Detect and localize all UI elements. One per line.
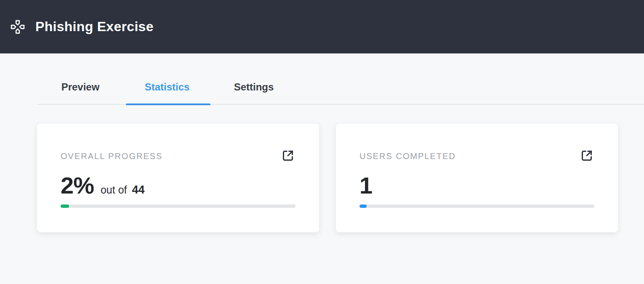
tab-statistics[interactable]: Statistics xyxy=(124,70,210,104)
tab-preview[interactable]: Preview xyxy=(37,70,124,104)
users-completed-card: USERS COMPLETED 1 xyxy=(336,124,618,232)
external-link-icon xyxy=(280,148,295,163)
progress-bar xyxy=(61,204,295,208)
page-title: Phishing Exercise xyxy=(35,19,154,35)
card-label: USERS COMPLETED xyxy=(359,148,456,161)
card-label: OVERALL PROGRESS xyxy=(61,148,162,161)
app-header: Phishing Exercise xyxy=(0,0,644,53)
progress-bar xyxy=(359,204,594,208)
tab-bar: Preview Statistics Settings xyxy=(37,70,644,105)
users-completed-value: 1 xyxy=(359,172,372,199)
app-logo xyxy=(6,19,29,35)
dpad-icon xyxy=(10,19,26,35)
stats-panel: OVERALL PROGRESS 2% out of 44 USERS COMP… xyxy=(37,124,618,232)
open-details-button[interactable] xyxy=(579,148,594,163)
tab-settings[interactable]: Settings xyxy=(210,70,297,104)
progress-percent-value: 2% xyxy=(61,172,94,199)
progress-total: 44 xyxy=(132,183,145,196)
open-details-button[interactable] xyxy=(280,148,295,163)
external-link-icon xyxy=(579,148,594,163)
progress-suffix: out of xyxy=(101,184,127,196)
progress-bar-fill xyxy=(61,204,69,208)
progress-bar-fill xyxy=(359,204,367,208)
overall-progress-card: OVERALL PROGRESS 2% out of 44 xyxy=(37,124,319,232)
